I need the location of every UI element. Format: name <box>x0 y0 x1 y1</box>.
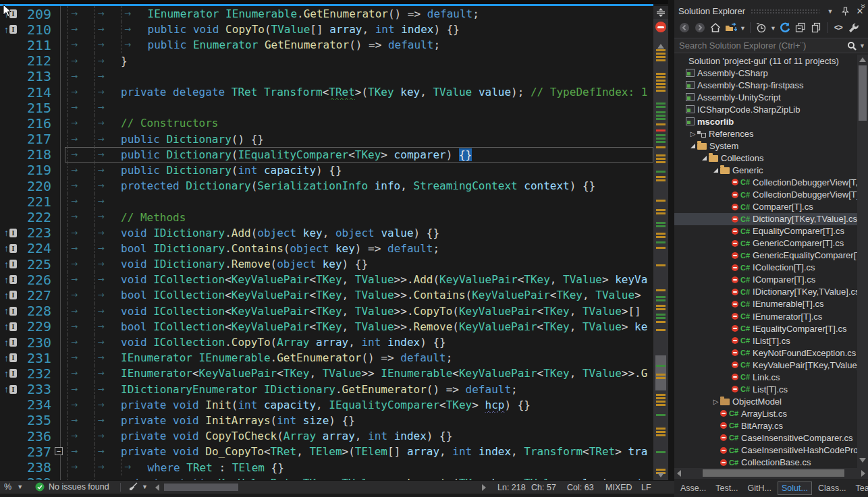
code-line[interactable]: 237−private void Do_CopyTo<TRet, TElem>(… <box>0 444 653 459</box>
code-line[interactable]: 215 <box>0 100 653 115</box>
tree-item[interactable]: ▷ObjectModel <box>674 395 868 407</box>
implements-interface-icon[interactable]: ↑I <box>0 241 20 256</box>
line-number[interactable]: 211 <box>20 37 51 53</box>
tree-item[interactable]: C#Comparer[T].cs <box>674 201 868 213</box>
scroll-up-icon[interactable] <box>859 57 866 62</box>
scroll-right-icon[interactable] <box>861 470 865 477</box>
code-text[interactable]: bool ICollection<KeyValuePair<TKey, TVal… <box>65 319 653 334</box>
line-number[interactable]: 231 <box>20 350 51 366</box>
tree-vertical-scrollbar[interactable] <box>857 55 868 468</box>
code-text[interactable] <box>65 69 653 84</box>
refresh-button[interactable] <box>778 21 792 34</box>
code-text[interactable]: IDictionaryEnumerator IDictionary.GetEnu… <box>65 382 653 397</box>
tree-item[interactable]: C#ArrayList.cs <box>674 407 868 419</box>
breakpoint-margin[interactable] <box>0 209 20 225</box>
code-line[interactable]: ↑I209IEnumerator IEnumerable.GetEnumerat… <box>0 6 653 22</box>
tree-item[interactable]: C#Link.cs <box>674 371 868 383</box>
scrollbar-thumb[interactable] <box>655 355 666 390</box>
show-all-files-button[interactable] <box>809 21 823 34</box>
breakpoint-margin[interactable] <box>0 413 20 428</box>
tree-horizontal-scrollbar[interactable] <box>674 468 868 479</box>
code-line[interactable]: 235private void InitArrays(int size) {} <box>0 413 653 428</box>
code-text[interactable]: bool IDictionary.Contains(object key) =>… <box>65 241 653 256</box>
code-line[interactable]: 212} <box>0 53 653 69</box>
line-number[interactable]: 229 <box>20 318 51 334</box>
issues-indicator[interactable]: No issues found <box>35 482 109 492</box>
line-number[interactable]: 224 <box>20 240 51 256</box>
code-line[interactable]: ↑I225void IDictionary.Remove(object key)… <box>0 256 653 272</box>
code-text[interactable]: private void CopyToCheck(Array array, in… <box>65 428 653 444</box>
code-text[interactable]: // Methods <box>65 209 653 225</box>
scroll-down-icon[interactable] <box>859 458 866 463</box>
collapsed-arrow-icon[interactable]: ▷ <box>688 130 697 138</box>
code-cleanup-button[interactable]: ▼ <box>128 482 148 492</box>
expanded-arrow-icon[interactable] <box>700 156 709 160</box>
code-line[interactable]: ↑I232IEnumerator<KeyValuePair<TKey, TVal… <box>0 366 653 381</box>
breakpoint-margin[interactable] <box>0 37 20 53</box>
code-line[interactable]: ↑I233IDictionaryEnumerator IDictionary.G… <box>0 382 653 397</box>
toolbar-overflow-button[interactable]: » <box>859 4 868 9</box>
line-number[interactable]: 217 <box>20 131 51 147</box>
code-line[interactable]: 219public Dictionary(int capacity) {} <box>0 163 653 178</box>
tree-item[interactable]: C#IList[T].cs <box>674 334 868 347</box>
tree-item[interactable]: C#CollectionDebuggerView[T].cs <box>674 189 868 201</box>
editor-vertical-scrollbar[interactable] <box>653 6 668 480</box>
implements-interface-icon[interactable]: ↑I <box>0 350 20 366</box>
code-line[interactable]: ↑I210public void CopyTo(TValue[] array, … <box>0 22 653 37</box>
tree-item[interactable]: ▷References <box>674 127 868 140</box>
code-text[interactable]: private delegate TRet Transform<TRet>(TK… <box>65 84 653 100</box>
panel-tab-test[interactable]: Test... <box>712 482 741 494</box>
breakpoint-margin[interactable] <box>0 444 20 459</box>
panel-tab-solut[interactable]: Solut... <box>778 481 812 495</box>
panel-tab-class[interactable]: Class... <box>815 482 850 494</box>
tree-item[interactable]: C#EqualityComparer[T].cs <box>674 225 868 237</box>
fold-margin[interactable]: − <box>51 444 65 459</box>
code-text[interactable]: void IDictionary.Remove(object key) {} <box>65 256 653 272</box>
tree-item[interactable]: Collections <box>674 152 868 164</box>
code-text[interactable]: void ICollection.CopyTo(Array array, int… <box>65 334 653 350</box>
line-number[interactable]: 236 <box>20 428 51 444</box>
code-line[interactable]: ↑I230void ICollection.CopyTo(Array array… <box>0 334 653 350</box>
code-line[interactable]: 234private void Init(int capacity, IEqua… <box>0 397 653 413</box>
code-editor[interactable]: ↑I209IEnumerator IEnumerable.GetEnumerat… <box>0 0 668 480</box>
code-line[interactable]: 236private void CopyToCheck(Array array,… <box>0 428 653 444</box>
code-text[interactable]: IEnumerator IEnumerable.GetEnumerator() … <box>65 350 653 366</box>
code-line[interactable]: 220protected Dictionary(SerializationInf… <box>0 178 653 194</box>
code-line[interactable]: ↑I223void IDictionary.Add(object key, ob… <box>0 225 653 241</box>
scroll-up-icon[interactable] <box>657 44 664 49</box>
tree-item[interactable]: C#BitArray.cs <box>674 419 868 432</box>
breakpoint-margin[interactable] <box>0 115 20 131</box>
breakpoint-margin[interactable] <box>0 163 20 178</box>
line-number[interactable]: 214 <box>20 84 51 100</box>
code-line[interactable]: 214private delegate TRet Transform<TRet>… <box>0 84 653 100</box>
search-input[interactable]: Search Solution Explorer (Ctrl+¨) <box>679 40 847 51</box>
breakpoint-margin[interactable] <box>0 475 20 480</box>
tree-item[interactable]: C#IComparer[T].cs <box>674 274 868 286</box>
implements-interface-icon[interactable]: ↑I <box>0 256 20 272</box>
panel-tab-asse[interactable]: Asse... <box>677 482 709 494</box>
implements-interface-icon[interactable]: ↑I <box>0 334 20 350</box>
line-number[interactable]: 209 <box>20 6 51 22</box>
line-number[interactable]: 235 <box>20 412 51 428</box>
scrollbar-thumb[interactable] <box>859 65 867 121</box>
code-line[interactable]: 222// Methods <box>0 209 653 225</box>
breakpoint-margin[interactable] <box>0 69 20 84</box>
code-text[interactable]: where TRet : TElem {} <box>65 459 653 475</box>
line-number[interactable]: 219 <box>20 162 51 178</box>
breakpoint-margin[interactable] <box>0 178 20 194</box>
code-text[interactable]: public void CopyTo(TValue[] array, int i… <box>65 22 653 37</box>
scroll-left-icon[interactable] <box>677 470 681 477</box>
code-text[interactable]: private void InitArrays(int size) {} <box>65 413 653 428</box>
code-line[interactable]: 221 <box>0 194 653 209</box>
tree-item[interactable]: C#ICollection[T].cs <box>674 262 868 274</box>
breakpoint-margin[interactable] <box>0 131 20 147</box>
line-number[interactable]: 218 <box>20 146 51 163</box>
breakpoint-margin[interactable] <box>0 147 20 163</box>
line-number[interactable]: 230 <box>20 334 51 351</box>
code-text[interactable]: public Dictionary(int capacity) {} <box>65 163 653 178</box>
breakpoint-margin[interactable] <box>0 459 20 475</box>
code-line[interactable]: 218public Dictionary(IEqualityComparer<T… <box>0 147 653 163</box>
line-number[interactable]: 237 <box>20 444 51 460</box>
view-code-button[interactable]: <> <box>832 21 845 34</box>
line-number[interactable]: 227 <box>20 287 51 303</box>
